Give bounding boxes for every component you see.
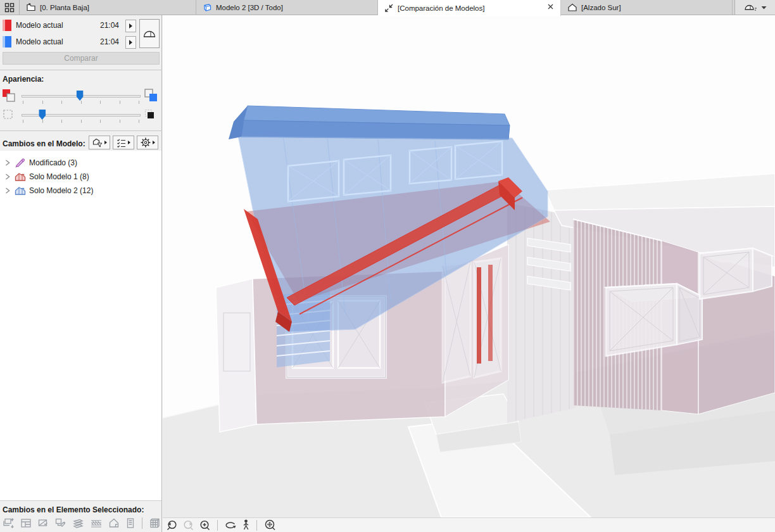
criteria-list-button[interactable]: [113, 136, 134, 149]
slider-ticks: [23, 101, 139, 104]
toolbar-separator: [256, 520, 257, 531]
zoom-back-icon[interactable]: [166, 519, 178, 531]
3d-cube-icon: [203, 3, 212, 12]
model-1-color-swatch: [3, 20, 11, 31]
pencil-icon: [15, 158, 26, 168]
zoom-forward-icon[interactable]: [182, 519, 194, 531]
model-comparison-viewport[interactable]: [163, 15, 775, 517]
separator: [0, 70, 162, 70]
model-2-name: Modelo actual: [16, 37, 63, 46]
tab-modelo2-3d[interactable]: Modelo 2 [3D / Todo]: [196, 0, 378, 15]
selected-element-label: Cambios en el Elemento Seleccionado:: [3, 505, 144, 514]
pick-3d-view-button[interactable]: [139, 19, 160, 48]
transparent-square-icon: [3, 109, 18, 124]
chevron-right-icon[interactable]: [4, 187, 12, 194]
model-changes-label: Cambios en el Modelo:: [3, 139, 85, 148]
story-icon: [26, 3, 36, 12]
notes-document-icon[interactable]: [125, 517, 135, 529]
recessed-core[interactable]: [507, 203, 576, 423]
house-icon[interactable]: [108, 517, 120, 529]
model-1-row[interactable]: Modelo actual 21:04: [0, 19, 162, 33]
3d-view-list-dropdown-icon: [744, 3, 758, 13]
application-window: [0. Planta Baja] Modelo 2 [3D / Todo] [C…: [0, 0, 775, 532]
red-house-icon: [15, 172, 26, 182]
settings-button[interactable]: [137, 136, 158, 149]
chevron-down-icon: [761, 6, 767, 10]
appearance-label: Apariencia:: [3, 75, 44, 84]
chevron-right-icon[interactable]: [4, 159, 12, 167]
blue-house-icon: [15, 186, 26, 196]
model-1-time: 21:04: [94, 21, 119, 30]
tab-comparacion-modelos[interactable]: [Comparación de Modelos]: [378, 0, 561, 16]
toolbar-separator: [142, 517, 142, 529]
tab-label: [Comparación de Modelos]: [398, 4, 484, 12]
orbit-icon[interactable]: [224, 520, 237, 531]
gear-icon: [141, 137, 151, 148]
window-grid-icon[interactable]: [20, 517, 32, 529]
transfer-settings-brush-icon[interactable]: [54, 517, 66, 529]
color-balance-slider-handle[interactable]: [77, 91, 84, 101]
red-model-front-icon: [2, 89, 17, 104]
toolbar-separator: [217, 520, 218, 531]
model-1-name: Modelo actual: [16, 21, 63, 30]
tree-item-modificado[interactable]: Modificado (3): [0, 156, 161, 170]
elevation-house-icon: [567, 3, 577, 12]
separator: [0, 130, 162, 131]
zoom-in-icon[interactable]: [199, 519, 211, 531]
transparency-slider[interactable]: [22, 114, 141, 117]
selected-element-section: Cambios en el Elemento Seleccionado:: [0, 500, 161, 532]
blue-model-front-icon: [144, 89, 160, 104]
3d-navigation-toolbar: [163, 517, 775, 532]
dome-3d-view-icon: [142, 28, 156, 39]
renovation-status-icon[interactable]: [37, 517, 49, 529]
tab-planta-baja[interactable]: [0. Planta Baja]: [20, 0, 196, 15]
model-2-color-swatch: [3, 36, 11, 48]
element-info-toolbar: [3, 517, 161, 529]
schedule-grid-icon[interactable]: [149, 517, 161, 529]
filter-house-icon: [92, 138, 103, 148]
compare-button[interactable]: Comparar: [3, 52, 160, 65]
walk-icon[interactable]: [242, 519, 250, 531]
3d-viewport-area: [163, 15, 775, 532]
compare-arrows-icon: [384, 3, 394, 13]
tree-item-solo-modelo-1[interactable]: Solo Modelo 1 (8): [0, 170, 161, 184]
color-balance-slider[interactable]: [22, 95, 141, 98]
layers-icon[interactable]: [72, 517, 84, 529]
tab-alzado-sur[interactable]: [Alzado Sur]: [561, 0, 733, 15]
model-1-source-menu-button[interactable]: [125, 20, 136, 32]
model-2-source-menu-button[interactable]: [125, 36, 136, 49]
model-comparison-panel: Modelo actual 21:04 Modelo actual 21:04 …: [0, 15, 162, 532]
tree-item-label: Modificado (3): [29, 158, 77, 167]
transparency-slider-row: [0, 106, 162, 125]
fit-in-window-icon[interactable]: [263, 519, 276, 531]
model-2-row[interactable]: Modelo actual 21:04: [0, 35, 162, 49]
hatch-fill-icon[interactable]: [90, 517, 103, 529]
chevron-right-icon[interactable]: [4, 173, 12, 180]
color-balance-slider-row: [0, 87, 162, 106]
opaque-square-icon: [144, 109, 160, 124]
model-2-time: 21:04: [94, 37, 119, 46]
model-changes-tree: [0, 151, 161, 500]
tree-item-solo-modelo-2[interactable]: Solo Modelo 2 (12): [0, 184, 161, 198]
right-wing[interactable]: [545, 174, 775, 414]
tab-label: [0. Planta Baja]: [40, 4, 89, 11]
tab-label: [Alzado Sur]: [581, 4, 621, 11]
tab-bar: [0. Planta Baja] Modelo 2 [3D / Todo] [C…: [0, 0, 775, 15]
slider-ticks: [23, 120, 139, 124]
tree-item-label: Solo Modelo 2 (12): [29, 186, 93, 195]
view-switcher-button[interactable]: [734, 0, 775, 15]
tab-overview-grid-icon: [4, 3, 15, 13]
stacked-settings-icon[interactable]: [3, 517, 15, 529]
tab-label: Modelo 2 [3D / Todo]: [216, 4, 283, 11]
checklist-icon: [117, 138, 126, 148]
tab-overview-button[interactable]: [0, 0, 20, 15]
filter-changes-button[interactable]: [89, 136, 110, 149]
close-tab-icon[interactable]: [547, 3, 554, 11]
transparency-slider-handle[interactable]: [39, 110, 46, 120]
blue-roof-cap[interactable]: [229, 106, 510, 139]
tree-item-label: Solo Modelo 1 (8): [29, 172, 89, 181]
